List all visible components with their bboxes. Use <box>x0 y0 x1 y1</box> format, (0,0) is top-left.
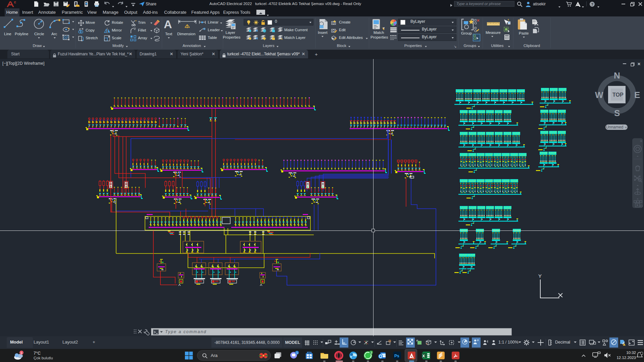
svg-text:?: ? <box>591 2 594 6</box>
svg-text:N: N <box>614 71 620 81</box>
svg-text:1: 1 <box>296 351 298 354</box>
svg-text:W: W <box>595 90 603 100</box>
svg-text:3: 3 <box>370 351 372 354</box>
svg-text:Ps: Ps <box>394 354 399 358</box>
svg-text:1: 1 <box>21 351 22 355</box>
svg-text:Y: Y <box>538 274 542 279</box>
svg-text:TOP: TOP <box>612 92 624 98</box>
svg-text:E: E <box>14 1 16 4</box>
svg-text:S: S <box>614 108 620 118</box>
svg-text:X: X <box>423 354 425 358</box>
svg-text:E: E <box>634 90 640 100</box>
